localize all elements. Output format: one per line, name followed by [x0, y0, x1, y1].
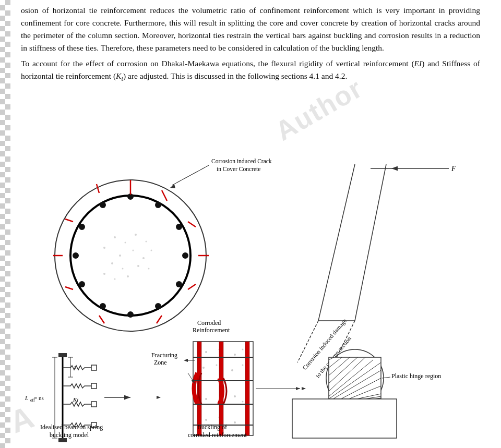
label-fracturing-zone: Fracturing — [151, 352, 177, 359]
label-corroded-rebar-2: Reinforcement — [193, 326, 230, 334]
force-label: F — [451, 165, 456, 173]
svg-point-86 — [234, 421, 236, 423]
svg-point-84 — [205, 419, 207, 421]
svg-point-2 — [114, 236, 116, 238]
label-idealised-1: Idealised beam on spring — [40, 423, 103, 431]
svg-rect-55 — [329, 357, 381, 399]
svg-point-82 — [234, 395, 236, 397]
label-buckling-2: corroded reinforcement — [188, 431, 247, 439]
kt-notation: Kt — [116, 71, 123, 80]
svg-point-29 — [79, 224, 85, 230]
svg-point-5 — [146, 241, 147, 243]
svg-line-43 — [172, 165, 209, 185]
svg-point-13 — [137, 265, 139, 267]
label-buckling-1: Buckling of — [197, 423, 227, 431]
svg-point-8 — [133, 250, 134, 251]
svg-line-49 — [355, 164, 386, 321]
corroded-rebar-detail — [193, 342, 253, 435]
technical-diagram: Corrosion induced Crack in Cover Concret… — [10, 154, 501, 446]
svg-rect-107 — [91, 402, 97, 407]
svg-point-15 — [103, 273, 105, 275]
svg-point-17 — [127, 275, 129, 277]
svg-rect-106 — [91, 383, 97, 389]
svg-marker-113 — [157, 396, 161, 399]
label-corrosion-crack-2: in Cover Concrete — [217, 166, 260, 172]
label-corrosion-crack: Corrosion induced Crack — [211, 158, 272, 164]
svg-point-10 — [151, 250, 152, 251]
svg-point-30 — [100, 202, 106, 208]
svg-point-75 — [242, 349, 244, 350]
label-plastic-hinge: Plastic hinge region — [391, 372, 441, 380]
page-content: Author A osion of horizontal tie reinfor… — [0, 0, 501, 448]
svg-point-21 — [176, 224, 182, 230]
svg-point-27 — [79, 281, 85, 287]
svg-point-7 — [119, 255, 121, 257]
plastic-hinge-rect — [329, 357, 381, 399]
svg-point-74 — [234, 354, 236, 356]
svg-rect-70 — [292, 399, 397, 438]
svg-rect-104 — [58, 438, 67, 442]
column-diagram — [297, 164, 386, 362]
svg-point-24 — [155, 303, 161, 309]
svg-marker-96 — [184, 359, 188, 362]
svg-point-4 — [135, 234, 137, 236]
svg-point-6 — [103, 247, 105, 249]
svg-point-14 — [148, 268, 150, 270]
svg-rect-105 — [91, 365, 97, 370]
svg-point-78 — [231, 369, 233, 371]
svg-point-25 — [127, 311, 134, 318]
svg-point-77 — [216, 365, 218, 366]
svg-rect-89 — [245, 342, 249, 435]
label-fracturing-zone-2: Zone — [154, 359, 167, 366]
label-idealised-2: buckling model — [50, 431, 89, 439]
paragraph-2: To account for the effect of corrosion o… — [21, 57, 480, 84]
svg-rect-103 — [58, 353, 67, 357]
svg-point-76 — [202, 367, 205, 369]
svg-point-72 — [205, 351, 207, 353]
svg-line-48 — [318, 164, 355, 321]
svg-point-9 — [142, 257, 145, 259]
svg-point-83 — [242, 401, 244, 403]
text-layer: osion of horizontal tie reinforcement re… — [10, 0, 501, 91]
svg-point-20 — [155, 202, 161, 208]
leff-eq: = ns — [34, 395, 44, 401]
svg-point-3 — [125, 242, 126, 244]
leff-label: L — [25, 395, 28, 401]
label-corroded-rebar: Corroded — [197, 319, 221, 326]
svg-point-23 — [176, 281, 182, 287]
svg-point-80 — [205, 398, 207, 400]
ki-label: Ki — [73, 396, 78, 403]
svg-point-79 — [242, 365, 244, 366]
svg-point-28 — [73, 252, 79, 259]
paragraph-1: osion of horizontal tie reinforcement re… — [21, 4, 480, 54]
svg-point-16 — [114, 279, 116, 280]
svg-point-12 — [122, 268, 124, 270]
svg-point-22 — [182, 252, 188, 259]
ei-notation: EI — [414, 59, 422, 68]
svg-point-11 — [111, 262, 113, 264]
svg-point-26 — [100, 303, 106, 309]
svg-marker-98 — [302, 387, 306, 390]
